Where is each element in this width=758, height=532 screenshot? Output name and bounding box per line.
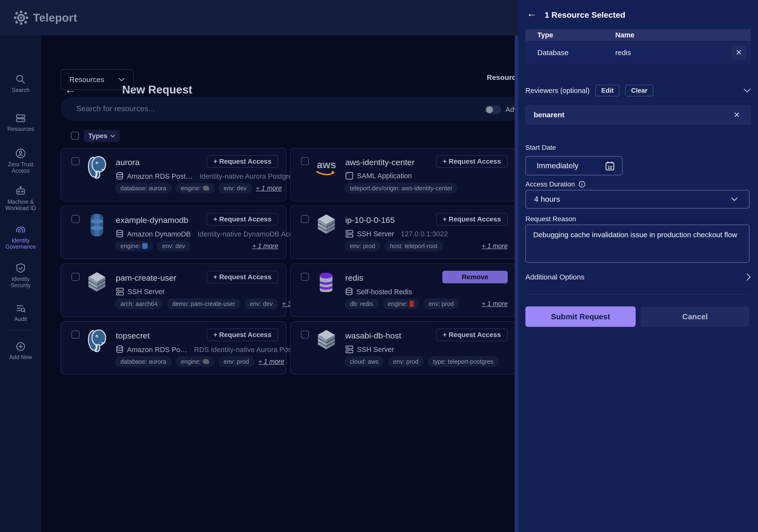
- type-column-header: Type: [525, 31, 615, 39]
- start-date-input[interactable]: Immediately 12: [525, 156, 623, 175]
- database-type-icon: [116, 230, 123, 239]
- label-pill[interactable]: arch: aarch64: [115, 299, 163, 309]
- sidebar-item-identity-governance[interactable]: Identity Governance: [0, 224, 41, 250]
- person-circle-icon: [15, 148, 26, 159]
- label-pill[interactable]: env: prod: [388, 356, 424, 367]
- label-pill[interactable]: teleport.dev/origin: aws-identity-center: [345, 183, 458, 194]
- card-checkbox[interactable]: [301, 331, 309, 339]
- resource-card-wasabi-db-host[interactable]: wasabi-db-host + Request Access SSH Serv…: [290, 321, 515, 375]
- request-access-button[interactable]: + Request Access: [207, 155, 278, 168]
- remove-reviewer-icon[interactable]: ✕: [734, 110, 740, 120]
- card-checkbox[interactable]: [71, 273, 80, 281]
- card-checkbox[interactable]: [301, 157, 309, 165]
- access-duration-label: Access Duration: [525, 180, 586, 188]
- resource-name: redis: [345, 273, 363, 283]
- aws-icon: aws: [315, 158, 338, 182]
- dynamodb-engine-chip-icon: [142, 243, 148, 249]
- request-access-button[interactable]: + Request Access: [436, 213, 508, 226]
- request-access-button[interactable]: + Request Access: [436, 329, 508, 341]
- sidebar-item-add-new[interactable]: Add New: [0, 341, 41, 360]
- request-checkout-panel: ← 1 Resource Selected Type Name Database…: [518, 0, 758, 532]
- advanced-toggle[interactable]: [485, 105, 501, 114]
- resource-card-example-dynamodb[interactable]: example-dynamodb + Request Access Amazon…: [61, 206, 287, 259]
- label-pill[interactable]: database: aurora: [115, 183, 172, 194]
- resource-type: SAML Application: [357, 172, 412, 180]
- remove-button[interactable]: Remove: [442, 271, 508, 283]
- more-labels-link[interactable]: + 1 more: [256, 185, 282, 192]
- more-labels-link[interactable]: + 1 more: [482, 242, 508, 250]
- label-pill[interactable]: host: teleport-root: [384, 241, 443, 251]
- label-pill[interactable]: database: aurora: [115, 356, 172, 367]
- more-labels-link[interactable]: + 1 more: [482, 300, 508, 308]
- label-pill[interactable]: cloud: aws: [345, 356, 384, 367]
- sidebar-item-identity-security[interactable]: Identity Security: [0, 262, 41, 289]
- collapse-reviewers-icon[interactable]: [743, 89, 751, 93]
- label-pill[interactable]: env: dev: [218, 183, 252, 194]
- clear-reviewers-button[interactable]: Clear: [625, 85, 653, 96]
- sidebar-item-search[interactable]: Search: [0, 74, 41, 93]
- reviewers-label: Reviewers (optional): [525, 87, 590, 95]
- resource-name: example-dynamodb: [116, 215, 189, 225]
- panel-title: 1 Resource Selected: [545, 10, 625, 20]
- label-pill[interactable]: engine:: [382, 299, 419, 309]
- request-access-button[interactable]: + Request Access: [436, 155, 508, 168]
- resource-type: Amazon RDS Po…: [127, 346, 187, 354]
- label-pill[interactable]: demo: pam-create-user: [167, 299, 241, 309]
- shield-check-icon: [15, 262, 26, 274]
- resource-name: ip-10-0-0-165: [345, 215, 395, 225]
- teleport-logo[interactable]: Teleport: [14, 10, 77, 25]
- request-access-button[interactable]: + Request Access: [207, 213, 278, 226]
- label-pill[interactable]: env: prod: [423, 299, 459, 309]
- label-pill[interactable]: env: dev: [245, 299, 278, 309]
- sidebar-item-machine-workload-id[interactable]: Machine & Workload ID: [0, 185, 41, 211]
- request-reason-textarea[interactable]: Debugging cache invalidation issue in pr…: [525, 225, 749, 263]
- resource-search-bar[interactable]: Search for resources... Advanced: [61, 97, 515, 121]
- fingerprint-icon: [14, 224, 27, 235]
- request-access-button[interactable]: + Request Access: [207, 329, 278, 341]
- sidebar-item-resources[interactable]: Resources: [0, 113, 41, 132]
- request-access-button[interactable]: + Request Access: [207, 271, 278, 283]
- sidebar-divider: [5, 330, 36, 331]
- card-checkbox[interactable]: [301, 215, 309, 223]
- resource-card-topsecret[interactable]: topsecret + Request Access Amazon RDS Po…: [61, 321, 287, 375]
- panel-divider: [525, 101, 751, 101]
- label-pill[interactable]: db: redis: [345, 299, 379, 309]
- submit-request-button[interactable]: Submit Request: [525, 306, 636, 327]
- resource-card-redis[interactable]: redis Remove Self-hosted Redis db: redis…: [290, 264, 515, 317]
- more-labels-link[interactable]: + 1 more: [258, 358, 284, 366]
- sidebar-item-zero-trust-access[interactable]: Zero Trust Access: [0, 148, 41, 174]
- resource-card-pam-create-user[interactable]: pam-create-user + Request Access SSH Ser…: [61, 264, 287, 317]
- main-content: ← New Request Resources Resources Search…: [41, 35, 515, 532]
- label-pill[interactable]: engine:: [176, 356, 214, 367]
- additional-options-row[interactable]: Additional Options: [525, 273, 751, 281]
- edit-reviewers-button[interactable]: Edit: [595, 85, 619, 96]
- card-checkbox[interactable]: [71, 331, 80, 339]
- server-rack-type-icon: [345, 345, 354, 354]
- panel-back-button[interactable]: ←: [527, 8, 537, 18]
- card-checkbox[interactable]: [301, 273, 309, 281]
- sidebar-item-audit[interactable]: Audit: [0, 303, 41, 322]
- info-icon[interactable]: [578, 181, 586, 188]
- more-labels-link[interactable]: + 1 more: [252, 242, 278, 250]
- server-icon: [15, 113, 26, 124]
- label-pill[interactable]: env: prod: [218, 356, 254, 367]
- cancel-button[interactable]: Cancel: [640, 306, 749, 327]
- resource-kind-dropdown[interactable]: Resources: [61, 69, 133, 90]
- label-pill[interactable]: env: dev: [157, 241, 190, 251]
- resource-card-ip-10-0-0-165[interactable]: ip-10-0-0-165 + Request Access SSH Serve…: [290, 206, 515, 259]
- remove-resource-icon[interactable]: ✕: [731, 45, 746, 60]
- label-pill[interactable]: type: teleport-postgres: [428, 356, 499, 367]
- label-pill[interactable]: engine:: [176, 183, 214, 194]
- resource-card-aurora[interactable]: aurora + Request Access Amazon RDS Post……: [61, 148, 287, 201]
- access-duration-select[interactable]: 4 hours: [525, 190, 749, 209]
- card-checkbox[interactable]: [71, 215, 80, 223]
- scrollbar-track[interactable]: [515, 35, 518, 532]
- server-stack-icon: [315, 329, 338, 353]
- label-pill[interactable]: env: prod: [345, 241, 380, 251]
- card-checkbox[interactable]: [71, 157, 80, 165]
- select-all-checkbox[interactable]: [71, 132, 79, 140]
- label-pill[interactable]: engine:: [115, 241, 153, 251]
- types-filter-button[interactable]: Types: [84, 130, 120, 142]
- resource-description: Identity-native Aurora Postgres …: [200, 172, 305, 180]
- resource-card-aws-identity-center[interactable]: aws aws-identity-center + Request Access…: [290, 148, 515, 201]
